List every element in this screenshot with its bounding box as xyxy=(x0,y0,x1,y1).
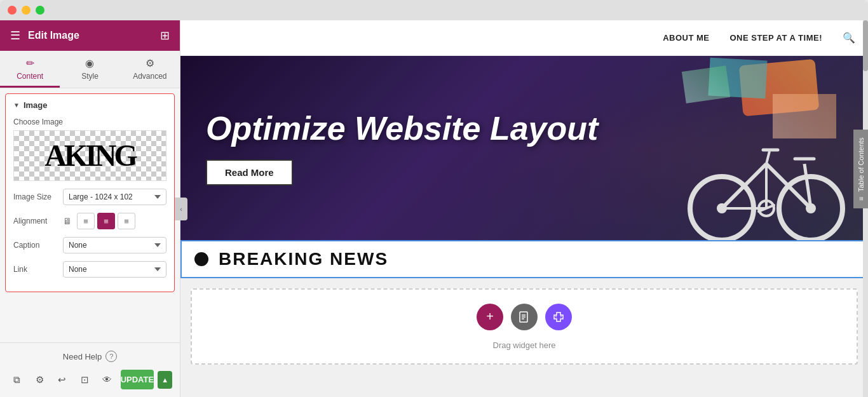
align-center-button[interactable]: ≡ xyxy=(97,213,115,229)
link-select[interactable]: None xyxy=(63,261,166,278)
image-preview[interactable]: AKING xyxy=(13,130,166,181)
drag-icons-row: + xyxy=(477,304,572,330)
drag-widget-area: + xyxy=(191,288,858,365)
close-button[interactable] xyxy=(8,6,17,15)
image-size-label: Image Size xyxy=(13,192,58,201)
caption-row: Caption None xyxy=(13,237,166,253)
panel-header-left: ☰ Edit Image xyxy=(10,29,79,43)
hamburger-icon[interactable]: ☰ xyxy=(10,29,20,43)
breaking-news-text: BREAKING NEWS xyxy=(219,249,388,269)
template-widget-button[interactable] xyxy=(511,304,538,330)
panel-tabs: ✏ Content ◉ Style ⚙ Advanced xyxy=(0,51,180,88)
eye-tool-button[interactable]: 👁 xyxy=(98,370,117,389)
section-header: ▼ Image xyxy=(13,100,166,110)
svg-line-10 xyxy=(766,151,770,164)
plugin-widget-button[interactable] xyxy=(545,304,572,330)
drag-widget-label: Drag widget here xyxy=(493,340,556,350)
image-size-select[interactable]: Large - 1024 x 102 xyxy=(63,189,166,205)
titlebar xyxy=(0,0,868,20)
file-icon xyxy=(518,311,531,323)
alignment-row: Alignment 🖥 ≡ ≡ ≡ xyxy=(13,213,166,229)
search-icon[interactable]: 🔍 xyxy=(843,32,855,44)
breaking-news-bar: BREAKING NEWS xyxy=(180,240,868,278)
frame-tool-button[interactable]: ⊡ xyxy=(76,370,95,389)
align-right-button[interactable]: ≡ xyxy=(118,213,135,229)
caption-select[interactable]: None xyxy=(63,237,166,253)
content-area: Optimize Website Layout Read More ≡ Tabl… xyxy=(180,56,868,397)
help-icon[interactable]: ? xyxy=(105,351,117,362)
tab-style-label: Style xyxy=(81,72,98,81)
tab-style[interactable]: ◉ Style xyxy=(60,51,119,88)
tab-advanced[interactable]: ⚙ Advanced xyxy=(120,51,180,88)
read-more-button[interactable]: Read More xyxy=(206,159,293,185)
svg-line-4 xyxy=(722,164,766,208)
style-tab-icon: ◉ xyxy=(85,57,94,69)
update-button[interactable]: UPDATE xyxy=(121,370,154,389)
hero-title: Optimize Website Layout xyxy=(206,111,638,147)
panel-title: Edit Image xyxy=(28,30,79,41)
breaking-dot xyxy=(194,252,208,266)
panel-content: ▼ Image Choose Image AKING Image Size La… xyxy=(0,88,180,342)
toc-label: Table of Contents xyxy=(857,137,865,192)
panel-header: ☰ Edit Image ⊞ xyxy=(0,20,180,51)
link-label: Link xyxy=(13,265,58,274)
site-nav: ABOUT ME ONE STEP AT A TIME! 🔍 xyxy=(180,20,868,56)
monitor-icon: 🖥 xyxy=(63,216,72,226)
tab-content[interactable]: ✏ Content xyxy=(0,51,60,88)
image-section-card: ▼ Image Choose Image AKING Image Size La… xyxy=(5,93,175,292)
collapse-arrow-icon[interactable]: ▼ xyxy=(13,102,20,109)
hero-section: Optimize Website Layout Read More ≡ Tabl… xyxy=(180,56,868,240)
scrollbar-thumb[interactable] xyxy=(863,20,868,71)
bottom-tools: ⧉ ⚙ ↩ ⊡ 👁 UPDATE ▲ xyxy=(8,370,172,389)
bike-illustration xyxy=(677,113,855,240)
layers-tool-button[interactable]: ⧉ xyxy=(8,370,27,389)
maximize-button[interactable] xyxy=(36,6,44,15)
tab-advanced-label: Advanced xyxy=(133,72,166,81)
puzzle-icon xyxy=(552,310,566,324)
link-row: Link None xyxy=(13,261,166,278)
alignment-label: Alignment xyxy=(13,217,58,225)
nav-one-step[interactable]: ONE STEP AT A TIME! xyxy=(729,33,822,43)
tab-content-label: Content xyxy=(17,72,43,81)
panel-bottom: Need Help ? ⧉ ⚙ ↩ ⊡ 👁 UPDATE ▲ xyxy=(0,342,180,397)
caption-label: Caption xyxy=(13,241,58,250)
app-body: ☰ Edit Image ⊞ ✏ Content ◉ Style ⚙ Advan… xyxy=(0,20,868,397)
collapse-panel-handle[interactable]: ‹ xyxy=(175,198,187,220)
choose-image-label: Choose Image xyxy=(13,118,166,126)
image-size-row: Image Size Large - 1024 x 102 xyxy=(13,189,166,205)
align-left-button[interactable]: ≡ xyxy=(77,213,95,229)
minimize-button[interactable] xyxy=(22,6,31,15)
image-preview-text: AKING xyxy=(44,140,135,171)
left-panel: ☰ Edit Image ⊞ ✏ Content ◉ Style ⚙ Advan… xyxy=(0,20,180,397)
section-title: Image xyxy=(24,100,48,110)
toc-tab[interactable]: ≡ Table of Contents xyxy=(853,130,868,208)
main-area: ABOUT ME ONE STEP AT A TIME! 🔍 xyxy=(180,20,868,397)
advanced-tab-icon: ⚙ xyxy=(146,57,154,69)
need-help-label: Need Help xyxy=(63,352,102,361)
nav-about-me[interactable]: ABOUT ME xyxy=(663,33,709,43)
undo-tool-button[interactable]: ↩ xyxy=(53,370,72,389)
alignment-group: ≡ ≡ ≡ xyxy=(77,213,135,229)
scrollbar[interactable] xyxy=(863,20,868,397)
add-widget-button[interactable]: + xyxy=(477,304,503,330)
settings-tool-button[interactable]: ⚙ xyxy=(31,370,50,389)
update-arrow-button[interactable]: ▲ xyxy=(158,371,172,389)
content-tab-icon: ✏ xyxy=(26,57,34,69)
grid-icon[interactable]: ⊞ xyxy=(160,29,170,43)
need-help[interactable]: Need Help ? xyxy=(8,351,172,362)
